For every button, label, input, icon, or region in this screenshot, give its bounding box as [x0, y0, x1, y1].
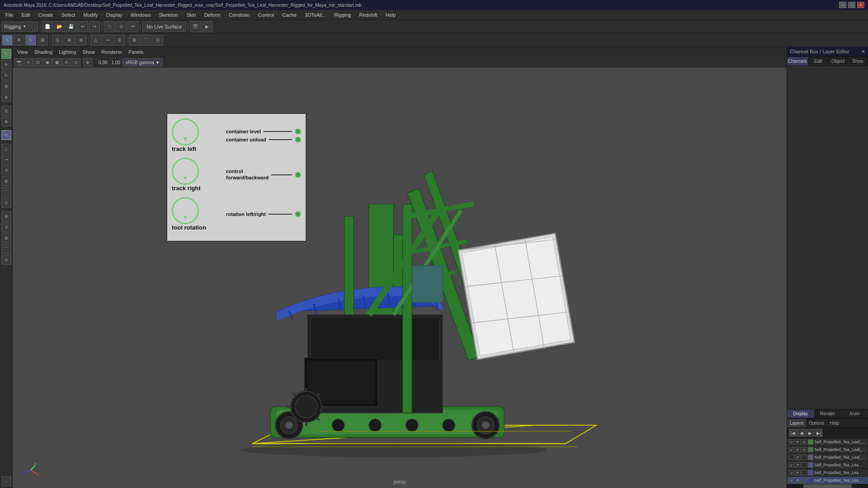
layer-r-3[interactable]	[802, 455, 807, 460]
lattice-left[interactable]: ⊙	[1, 198, 11, 208]
soft-modify-tool[interactable]: ◎	[52, 35, 63, 46]
layer-p-5[interactable]: P	[795, 470, 801, 475]
panel-close-icon[interactable]: ✕	[861, 49, 865, 55]
paint-button[interactable]: ✏	[127, 21, 138, 32]
show-manip-left[interactable]: ⊕	[1, 92, 11, 102]
tab-display[interactable]: Display	[787, 409, 814, 418]
lighting-menu[interactable]: Lighting	[56, 48, 79, 56]
vp-texture-btn[interactable]: ▦	[52, 58, 61, 66]
new-scene-button[interactable]: 📄	[42, 21, 53, 32]
menu-select[interactable]: Select	[58, 11, 79, 19]
select-mode-left[interactable]: ↖	[1, 49, 11, 59]
rotate-left[interactable]: ↻	[1, 70, 11, 80]
snap-point-button[interactable]: ⊙	[152, 35, 163, 46]
tab-anim[interactable]: Anim	[841, 409, 868, 418]
layer-p-4[interactable]: P	[795, 462, 801, 468]
menu-skin[interactable]: Skin	[183, 11, 199, 19]
lasso-button[interactable]: ⊙	[116, 21, 127, 32]
layer-r-6[interactable]	[802, 478, 807, 483]
tab-edit[interactable]: Edit	[808, 57, 828, 66]
layers-next-btn[interactable]: ▶	[806, 429, 814, 437]
renderer-menu[interactable]: Renderer	[99, 48, 125, 56]
scale-left[interactable]: ⊞	[1, 81, 11, 91]
paint-select-left[interactable]: ⊗	[1, 117, 11, 127]
soft-mod-left[interactable]: ⊸	[1, 155, 11, 164]
menu-cache[interactable]: Cache	[278, 11, 300, 19]
layer-v-2[interactable]: V	[789, 447, 794, 452]
layer-p-1[interactable]: P	[795, 439, 801, 445]
joint-tool[interactable]: △	[90, 35, 101, 46]
undo-button[interactable]: ↩	[77, 21, 88, 32]
show-manip-tool[interactable]: ⊕	[64, 35, 75, 46]
layers-scrollbar[interactable]	[787, 484, 868, 488]
layer-name-6[interactable]: Self_Propelled_Tea_Lea...	[814, 478, 866, 483]
vp-light-btn[interactable]: ☀	[62, 58, 71, 66]
tab-render[interactable]: Render	[814, 409, 841, 418]
layer-v-1[interactable]: V	[789, 439, 794, 445]
layer-name-1[interactable]: Self_Propelled_Tea_Leaf_H...	[814, 440, 866, 444]
curve-left[interactable]: ⊙	[1, 255, 11, 265]
layer-p-2[interactable]: P	[795, 447, 801, 452]
move-tool[interactable]: ✛	[14, 35, 24, 46]
vp-wireframe-btn[interactable]: ⊡	[33, 58, 42, 66]
menu-3dtoall[interactable]: 3DToAll...	[301, 11, 330, 19]
cv-tool[interactable]: ⊗	[75, 35, 86, 46]
joint-left[interactable]: ⧖	[1, 165, 11, 175]
menu-skeleton[interactable]: Skeleton	[155, 11, 182, 19]
tab-options[interactable]: Options	[806, 419, 827, 427]
layers-prev-btn[interactable]: ◀	[797, 429, 806, 437]
layer-r-1[interactable]: R	[802, 439, 807, 445]
minimize-button[interactable]: —	[839, 2, 846, 8]
layer-r-2[interactable]: R	[802, 447, 807, 452]
menu-modify[interactable]: Modify	[80, 11, 101, 19]
vp-smooth-btn[interactable]: ◉	[43, 58, 52, 66]
freeze-left[interactable]: ⧖	[1, 222, 11, 232]
live-surface-button[interactable]: No Live Surface	[142, 22, 186, 32]
layer-v-5[interactable]: V	[789, 470, 794, 475]
snap-left[interactable]: ⌒	[1, 244, 11, 254]
more-tools[interactable]: …	[1, 476, 11, 486]
viewport[interactable]: View Shading Lighting Show Renderer Pane…	[13, 47, 787, 488]
scroll-thumb[interactable]	[803, 484, 852, 488]
view-menu[interactable]: View	[14, 48, 31, 56]
layer-name-3[interactable]: Self_Propelled_Tea_Leaf_Har...	[814, 455, 866, 460]
panels-menu[interactable]: Panels	[126, 48, 146, 56]
vp-isolate-btn[interactable]: ⊕	[83, 58, 92, 66]
cluster-left[interactable]: ⌒	[1, 187, 11, 197]
tab-channels[interactable]: Channels	[787, 57, 808, 66]
paint-tool-left[interactable]: ⊙	[1, 130, 11, 140]
show-menu[interactable]: Show	[80, 48, 98, 56]
layer-p-6[interactable]: P	[795, 478, 801, 483]
layer-p-3[interactable]: P	[795, 455, 801, 460]
rigging-dropdown[interactable]: Rigging ▼	[2, 22, 38, 32]
move-left[interactable]: ✛	[1, 60, 11, 70]
layer-name-5[interactable]: Self_Propelled_Tea_Lea...	[814, 470, 866, 475]
bind-skin-button[interactable]: ⧖	[114, 35, 125, 46]
menu-redshift[interactable]: Redshift	[355, 11, 381, 19]
layer-v-4[interactable]: V	[789, 462, 794, 468]
menu-display[interactable]: Display	[103, 11, 126, 19]
lasso-left[interactable]: ◎	[1, 106, 11, 116]
layer-name-2[interactable]: Self_Propelled_Tea_Leaf_Harv...	[814, 447, 866, 452]
menu-rigging[interactable]: Rigging	[330, 11, 354, 19]
history-left[interactable]: ⊗	[1, 211, 11, 221]
select-mode-button[interactable]: □	[104, 21, 115, 32]
layer-v-3[interactable]	[789, 455, 794, 460]
menu-control[interactable]: Control	[255, 11, 278, 19]
menu-help[interactable]: Help	[382, 11, 400, 19]
vp-grid-btn[interactable]: #	[24, 58, 33, 66]
layer-v-6[interactable]: V	[789, 478, 794, 483]
snap-grid-button[interactable]: ⊞	[129, 35, 140, 46]
layers-last-btn[interactable]: ▶|	[815, 429, 823, 437]
gamma-dropdown[interactable]: sRGB gamma ▼	[123, 58, 163, 66]
vp-shadow-btn[interactable]: ⊙	[71, 58, 80, 66]
tab-object[interactable]: Object	[828, 57, 848, 66]
menu-create[interactable]: Create	[35, 11, 57, 19]
menu-windows[interactable]: Windows	[127, 11, 155, 19]
menu-edit[interactable]: Edit	[18, 11, 34, 19]
close-button[interactable]: ✕	[857, 2, 864, 8]
ik-handle-tool[interactable]: ⊸	[102, 35, 113, 46]
select-tool[interactable]: ↖	[2, 35, 13, 46]
menu-deform[interactable]: Deform	[201, 11, 224, 19]
open-button[interactable]: 📂	[54, 21, 65, 32]
